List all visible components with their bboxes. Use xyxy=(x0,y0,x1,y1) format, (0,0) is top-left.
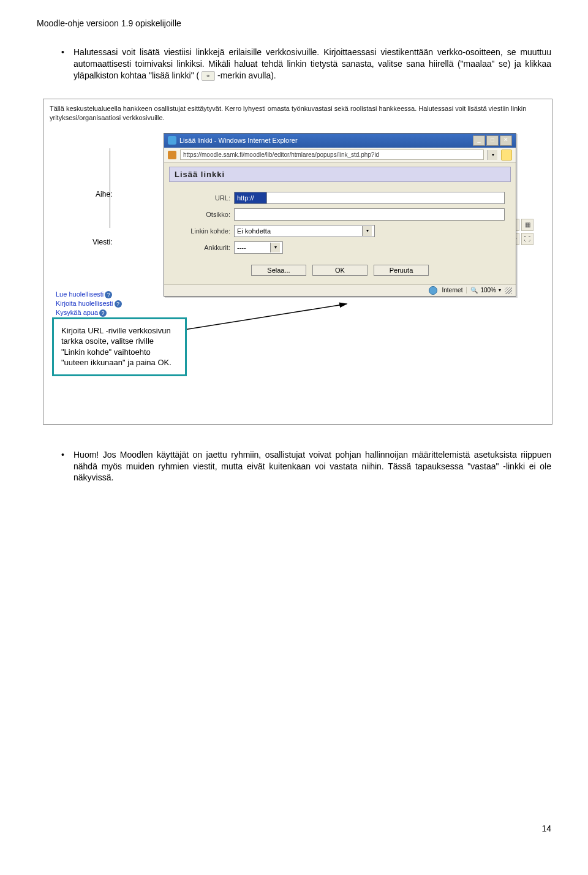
chevron-down-icon: ▾ xyxy=(270,243,280,252)
globe-icon xyxy=(429,286,437,295)
close-button[interactable]: ✕ xyxy=(500,135,512,146)
target-label: Linkin kohde: xyxy=(175,227,234,235)
intro-text: Tällä keskustelualueella hankkeen osalli… xyxy=(50,104,546,123)
ok-button[interactable]: OK xyxy=(312,265,368,276)
anchor-label: Ankkurit: xyxy=(175,244,234,251)
url-input-rest[interactable] xyxy=(267,192,505,204)
bullet-item-1: • Halutessasi voit lisätä viestiisi link… xyxy=(61,47,551,81)
table-icon[interactable]: ▦ xyxy=(521,219,533,231)
page-number: 14 xyxy=(541,824,551,833)
chevron-down-icon: ▾ xyxy=(362,226,372,236)
help-icon: ? xyxy=(105,291,112,298)
resize-grip[interactable] xyxy=(505,287,512,294)
bullet2-text: Huom! Jos Moodlen käyttäjät on jaettu ry… xyxy=(74,449,551,484)
dialog-subtitle: Lisää linkki xyxy=(169,167,511,182)
minimize-button[interactable]: _ xyxy=(473,135,485,146)
label-viesti: Viesti: xyxy=(92,238,112,246)
help-icon: ? xyxy=(115,300,122,308)
bullet-dot: • xyxy=(61,449,74,484)
bullet1-part2: -merkin avulla). xyxy=(217,70,276,80)
zoom-icon: 🔍 xyxy=(470,287,478,294)
screenshot-area: Tällä keskustelualueella hankkeen osalli… xyxy=(43,99,552,425)
bullet-item-2: • Huom! Jos Moodlen käyttäjät on jaettu … xyxy=(61,449,551,484)
cancel-button[interactable]: Peruuta xyxy=(374,265,429,276)
target-select[interactable]: Ei kohdetta ▾ xyxy=(234,225,375,237)
help-links: Lue huolellisesti? Kirjoita huolellisest… xyxy=(56,290,122,318)
fullscreen-icon[interactable]: ⛶ xyxy=(521,233,533,245)
callout-arrow xyxy=(169,301,365,344)
title-input[interactable] xyxy=(234,208,505,221)
dialog-titlebar: Lisää linkki - Windows Internet Explorer… xyxy=(164,134,516,148)
svg-line-0 xyxy=(169,304,347,332)
dialog-body: URL: http:// Otsikko: Linkin kohde: Ei k… xyxy=(164,186,516,284)
dialog-statusbar: Internet 🔍 100% ▾ xyxy=(164,284,516,296)
insert-link-dialog: Lisää linkki - Windows Internet Explorer… xyxy=(164,133,516,297)
url-label: URL: xyxy=(175,194,234,202)
page-header: Moodle-ohje versioon 1.9 opiskelijoille xyxy=(37,18,551,28)
zone-label: Internet xyxy=(442,287,463,294)
help-link-1[interactable]: Lue huolellisesti? xyxy=(56,290,122,298)
bullet1-part1: Halutessasi voit lisätä viestiisi linkke… xyxy=(74,47,551,80)
lock-icon xyxy=(501,150,512,161)
address-input[interactable]: https://moodle.samk.fi/moodle/lib/editor… xyxy=(180,150,484,160)
bullet-dot: • xyxy=(61,47,74,81)
shield-icon xyxy=(168,151,176,159)
address-dropdown[interactable]: ▾ xyxy=(488,150,497,160)
dialog-title: Lisää linkki - Windows Internet Explorer xyxy=(179,137,298,144)
bullet-text: Halutessasi voit lisätä viestiisi linkke… xyxy=(74,47,551,81)
dialog-addressbar: https://moodle.samk.fi/moodle/lib/editor… xyxy=(164,148,516,163)
url-input[interactable]: http:// xyxy=(234,192,267,204)
maximize-button[interactable]: □ xyxy=(486,135,499,146)
help-link-3[interactable]: Kysykää apua? xyxy=(56,309,122,317)
help-icon: ? xyxy=(99,309,107,317)
form-labels-left: Aihe: Viesti: xyxy=(92,190,112,255)
chain-link-icon: ⚭ xyxy=(202,71,215,81)
label-aihe: Aihe: xyxy=(96,190,112,199)
callout-box: Kirjoita URL -riville verkkosivun tarkka… xyxy=(52,317,187,376)
anchor-select[interactable]: ---- ▾ xyxy=(234,241,283,254)
title-label: Otsikko: xyxy=(175,211,234,218)
chevron-down-icon[interactable]: ▾ xyxy=(499,287,501,293)
help-link-2[interactable]: Kirjoita huolellisesti? xyxy=(56,300,122,308)
ie-icon xyxy=(168,136,176,145)
zoom-value: 100% xyxy=(480,287,496,294)
browse-button[interactable]: Selaa... xyxy=(251,265,306,276)
